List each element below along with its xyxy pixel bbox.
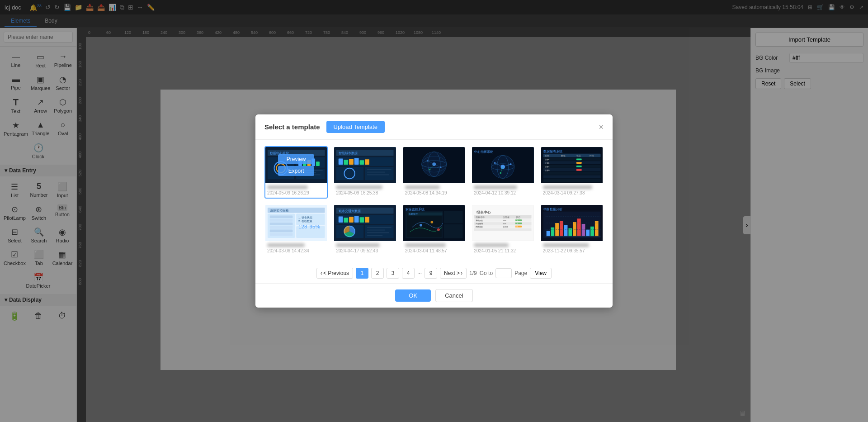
svg-rect-191 <box>581 224 585 236</box>
svg-text:设备A: 设备A <box>544 158 549 161</box>
page-4-button[interactable]: 4 <box>402 268 415 279</box>
template-item-6[interactable]: 系统监控面板 1. 设备状态 2. 在线数量 <box>264 204 328 256</box>
template-date-9: 2024-01-05 21:11:32 <box>474 248 532 253</box>
svg-rect-112 <box>576 166 582 167</box>
template-info-4: 2024-04-12 10:39:12 <box>472 183 533 198</box>
template-item-8[interactable]: 安全监控系统 实时监控 <box>402 204 466 256</box>
template-grid-row1: 数据中心监控 <box>264 146 604 199</box>
template-name-1 <box>267 185 308 189</box>
svg-rect-145 <box>367 232 389 233</box>
template-name-8 <box>405 243 446 247</box>
chevron-left-icon: ‹ <box>321 270 322 276</box>
export-button-1[interactable]: Export <box>278 166 314 176</box>
template-item-9[interactable]: 报表中心 指标名称 当前值 状态 系统负载 78% 内存使用 65% <box>471 204 534 256</box>
svg-text:128: 128 <box>298 223 307 229</box>
svg-rect-140 <box>360 217 364 223</box>
template-item-5[interactable]: 数据报表系统 名称 数值 状态 时间 <box>540 146 604 199</box>
svg-text:系统监控面板: 系统监控面板 <box>270 209 289 212</box>
svg-rect-122 <box>270 223 293 225</box>
template-item-1[interactable]: 数据中心监控 <box>264 146 328 199</box>
template-name-7 <box>336 243 379 247</box>
template-thumb-4: 中心指挥系统 <box>472 147 533 183</box>
svg-rect-189 <box>573 222 576 236</box>
svg-rect-61 <box>365 159 370 165</box>
chevron-right-icon: › <box>461 270 462 276</box>
template-name-3 <box>405 185 440 189</box>
template-info-3: 2024-05-08 14:34:19 <box>403 183 465 198</box>
svg-rect-143 <box>367 227 392 228</box>
svg-rect-57 <box>344 160 349 165</box>
select-template-modal: Select a template Upload Template × 数据中心… <box>255 114 613 308</box>
svg-text:中心指挥系统: 中心指挥系统 <box>474 150 493 153</box>
svg-rect-139 <box>354 216 359 223</box>
template-item-4[interactable]: 中心指挥系统 <box>471 146 534 199</box>
svg-text:2. 在线数量: 2. 在线数量 <box>298 220 312 223</box>
template-item-7[interactable]: 城市交通大数据 <box>333 204 396 256</box>
template-date-8: 2024-03-04 11:48:57 <box>405 248 463 253</box>
cancel-button[interactable]: Cancel <box>435 289 472 302</box>
upload-template-button[interactable]: Upload Template <box>326 121 385 133</box>
svg-text:报表中心: 报表中心 <box>476 210 491 214</box>
svg-rect-54 <box>336 167 363 180</box>
go-to-label: Go to <box>480 270 493 276</box>
svg-rect-58 <box>349 159 354 165</box>
page-input[interactable] <box>495 268 512 278</box>
modal-body: 数据中心监控 <box>255 140 613 263</box>
svg-point-156 <box>430 221 433 223</box>
svg-text:网络流量: 网络流量 <box>476 226 483 228</box>
preview-button-1[interactable]: Preview <box>278 154 314 164</box>
svg-rect-110 <box>576 158 582 160</box>
svg-text:警告: 警告 <box>516 226 519 228</box>
svg-text:78%: 78% <box>503 219 506 222</box>
svg-rect-137 <box>344 218 349 223</box>
template-name-10 <box>543 243 590 247</box>
template-date-2: 2024-05-09 16:25:38 <box>336 190 394 195</box>
modal-close-button[interactable]: × <box>599 123 604 131</box>
svg-rect-193 <box>590 227 594 236</box>
ok-button[interactable]: OK <box>395 289 431 302</box>
svg-rect-120 <box>270 215 293 218</box>
svg-rect-63 <box>367 169 392 170</box>
svg-text:时间: 时间 <box>590 154 594 157</box>
template-grid-row2: 系统监控面板 1. 设备状态 2. 在线数量 <box>264 204 604 256</box>
template-date-1: 2024-05-09 16:26:29 <box>267 190 325 195</box>
template-date-5: 2024-03-14 09:27:38 <box>543 190 601 195</box>
next-button[interactable]: Next > › <box>440 268 467 279</box>
template-thumb-2: 智慧城市数据 <box>334 147 396 183</box>
svg-rect-151 <box>443 224 462 238</box>
previous-button[interactable]: ‹ < Previous <box>316 268 353 279</box>
template-thumb-6: 系统监控面板 1. 设备状态 2. 在线数量 <box>265 205 327 241</box>
svg-rect-124 <box>270 230 293 232</box>
page-1-button[interactable]: 1 <box>356 268 368 279</box>
template-item-10[interactable]: 销售数据分析 <box>540 204 604 256</box>
page-3-button[interactable]: 3 <box>387 268 399 279</box>
template-info-6: 2024-03-06 14:42:34 <box>265 241 327 256</box>
template-thumb-5: 数据报表系统 名称 数值 状态 时间 <box>541 147 603 183</box>
template-item-2[interactable]: 智慧城市数据 <box>333 146 396 199</box>
svg-rect-100 <box>543 161 600 164</box>
template-info-8: 2024-03-04 11:48:57 <box>403 241 465 256</box>
svg-text:95%: 95% <box>309 223 320 229</box>
svg-rect-103 <box>543 172 600 175</box>
svg-text:1.2GB: 1.2GB <box>503 226 508 228</box>
template-info-7: 2024-04-17 09:52:43 <box>334 241 396 256</box>
page-9-button[interactable]: 9 <box>425 268 437 279</box>
modal-pagination: ‹ < Previous 1 2 3 4 ··· 9 Next > › 1/9 … <box>255 263 613 283</box>
svg-text:实时监控: 实时监控 <box>408 213 417 215</box>
view-button[interactable]: View <box>530 268 552 279</box>
svg-rect-186 <box>560 221 563 236</box>
svg-point-155 <box>420 224 422 227</box>
modal-overlay: Select a template Upload Template × 数据中心… <box>0 0 868 422</box>
template-date-10: 2023-11-22 09:35:57 <box>543 248 601 253</box>
template-item-3[interactable]: 2024-05-08 14:34:19 <box>402 146 466 199</box>
template-date-6: 2024-03-06 14:42:34 <box>267 248 325 253</box>
svg-rect-55 <box>365 167 394 180</box>
svg-rect-173 <box>474 228 532 231</box>
page-2-button[interactable]: 2 <box>371 268 384 279</box>
svg-text:名称: 名称 <box>544 154 549 157</box>
svg-rect-102 <box>543 168 600 171</box>
previous-label: < Previous <box>323 270 349 276</box>
svg-rect-144 <box>367 230 385 231</box>
svg-rect-184 <box>551 228 554 236</box>
svg-rect-111 <box>576 162 582 164</box>
